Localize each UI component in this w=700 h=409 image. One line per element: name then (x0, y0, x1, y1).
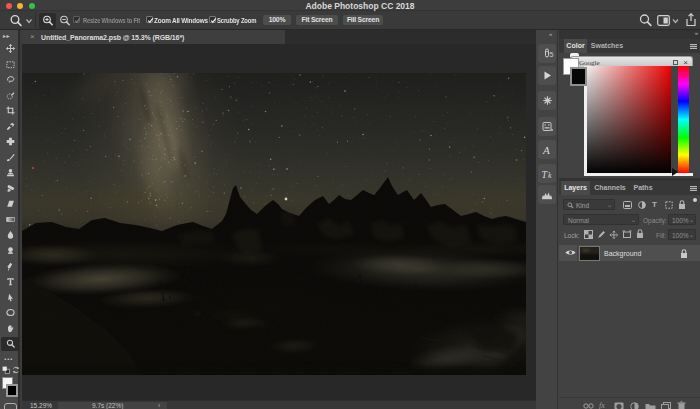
svg-text:5: 5 (550, 51, 554, 58)
svg-text:A: A (542, 144, 550, 156)
svg-text:k: k (548, 170, 552, 179)
